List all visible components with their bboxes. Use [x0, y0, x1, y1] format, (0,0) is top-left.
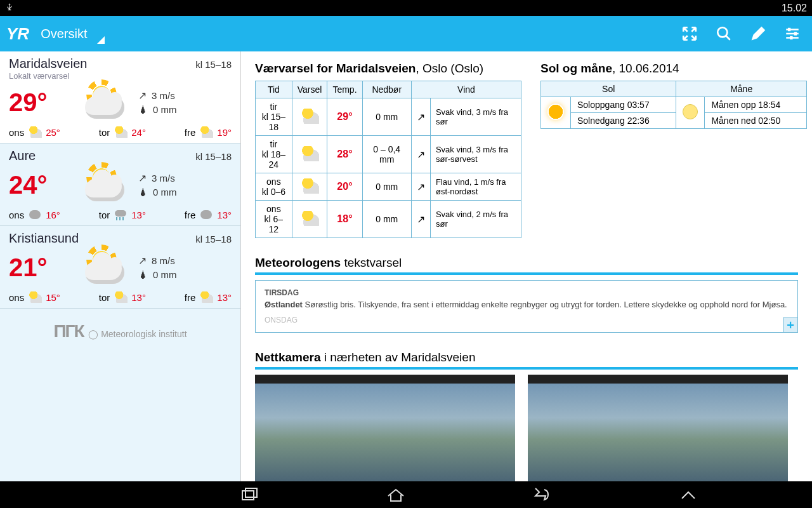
wind-arrow-icon: ↗ [417, 181, 425, 193]
forecast-title: Værvarsel for Maridalsveien, Oslo (Oslo) [255, 62, 521, 76]
status-time: 15.02 [782, 3, 807, 14]
mini-forecast: tor 24° [99, 126, 146, 138]
mini-forecast: ons 16° [9, 209, 60, 220]
recent-apps-icon[interactable] [240, 487, 260, 502]
app-title-dropdown[interactable]: Oversikt [41, 27, 105, 41]
weather-icon [80, 83, 131, 121]
droplet-icon: 🌢 [138, 269, 148, 280]
mini-forecast: ons 15° [9, 291, 60, 303]
droplet-icon: 🌢 [138, 104, 148, 115]
droplet-icon: 🌢 [138, 187, 148, 197]
forecast-table: TidVarsel Temp.Nedbør Vind tirkl 15–18 2… [255, 81, 521, 238]
location-card[interactable]: Kristiansundkl 15–18 21° ↗ 8 m/s 🌢 0 mm … [0, 226, 240, 309]
wind-arrow-icon: ↗ [417, 213, 425, 225]
forecast-row: onskl 6–12 18° 0 mm ↗ Svak vind, 2 m/s f… [256, 201, 521, 238]
current-temp: 29° [9, 88, 72, 117]
sunmoon-title: Sol og måne, 10.06.2014 [540, 62, 807, 76]
forecast-row: tirkl 15–18 29° 0 mm ↗ Svak vind, 3 m/s … [256, 98, 521, 136]
forecast-weather-icon [300, 109, 319, 124]
settings-sliders-icon[interactable] [784, 25, 801, 42]
wind-arrow-icon: ↗ [138, 90, 147, 102]
mini-forecast: fre 19° [185, 126, 232, 138]
svg-rect-5 [790, 36, 792, 39]
sunmoon-table: SolMåne Soloppgang 03:57 Månen opp 18:54… [540, 81, 807, 129]
wind-arrow-icon: ↗ [417, 111, 425, 123]
location-card[interactable]: MaridalsveienLokalt værvarselkl 15–18 29… [0, 51, 240, 144]
forecast-weather-icon [300, 211, 319, 226]
wind-arrow-icon: ↗ [138, 172, 147, 184]
mini-forecast: tor 13° [99, 209, 146, 220]
forecast-weather-icon [300, 146, 319, 161]
search-icon[interactable] [716, 25, 732, 42]
mini-forecast: fre 13° [185, 291, 232, 303]
android-status-bar: 15.02 [0, 0, 812, 16]
back-icon[interactable] [532, 487, 552, 502]
svg-rect-6 [242, 491, 254, 500]
home-icon[interactable] [386, 487, 406, 502]
main-panel: Værvarsel for Maridalsveien, Oslo (Oslo)… [241, 51, 812, 481]
weather-icon [80, 248, 131, 286]
webcam-title: Nettkamera i nærheten av Maridalsveien [255, 351, 798, 364]
webcam-thumbnail[interactable] [528, 375, 788, 481]
location-card[interactable]: Aurekl 15–18 24° ↗ 3 m/s 🌢 0 mm ons 16°t… [0, 144, 240, 226]
expand-button[interactable]: + [783, 318, 798, 333]
meteo-title: Meteorologens tekstvarsel [255, 256, 798, 270]
moon-icon [683, 104, 698, 119]
meteo-textbox: TIRSDAG Østlandet Sørøstlig bris. Tilsky… [255, 280, 798, 333]
mini-forecast: fre 13° [185, 209, 232, 220]
location-sidebar[interactable]: MaridalsveienLokalt værvarselkl 15–18 29… [0, 51, 241, 481]
svg-rect-3 [789, 28, 790, 30]
sun-icon [547, 104, 564, 120]
edit-icon[interactable] [750, 25, 766, 42]
mini-forecast: ons 25° [9, 126, 60, 138]
app-bar: YR Oversikt [0, 16, 812, 51]
forecast-weather-icon [300, 178, 319, 194]
svg-rect-7 [246, 488, 257, 497]
usb-icon [5, 3, 14, 11]
fullscreen-icon[interactable] [681, 25, 698, 42]
yr-logo[interactable]: YR [6, 24, 29, 44]
android-nav-bar [0, 481, 812, 508]
wind-arrow-icon: ↗ [417, 149, 425, 161]
expand-nav-icon[interactable] [678, 487, 698, 502]
svg-rect-4 [794, 32, 796, 35]
forecast-row: onskl 0–6 20° 0 mm ↗ Flau vind, 1 m/s fr… [256, 173, 521, 201]
svg-point-2 [717, 27, 727, 37]
weather-icon [80, 166, 131, 204]
forecast-row: tirkl 18–24 28° 0 – 0,4 mm ↗ Svak vind, … [256, 136, 521, 173]
mini-forecast: tor 13° [99, 291, 146, 303]
current-temp: 21° [9, 253, 72, 282]
provider-footer: ПГК ◯ Meteorologisk institutt [0, 309, 240, 354]
webcam-thumbnail[interactable] [255, 375, 515, 481]
current-temp: 24° [9, 171, 72, 199]
wind-arrow-icon: ↗ [138, 255, 147, 267]
